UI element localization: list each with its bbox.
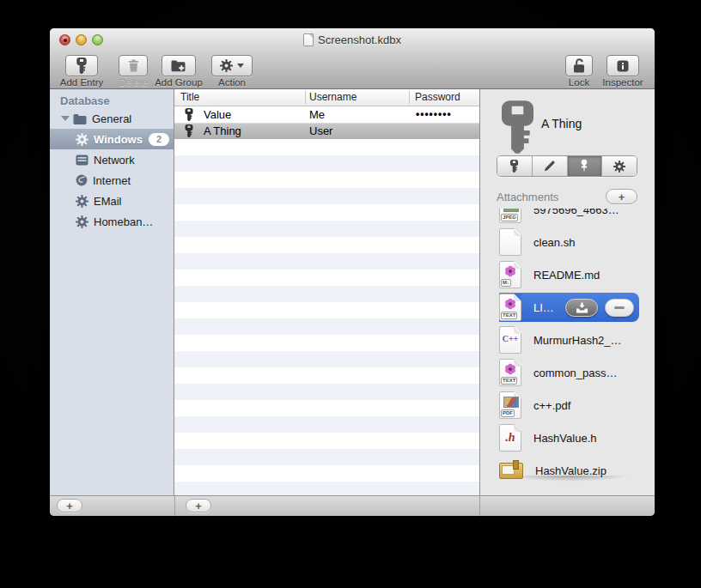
pdf-file-icon: PDF: [499, 391, 521, 419]
photo-thumbnail-icon: [503, 209, 519, 212]
action-button[interactable]: [211, 55, 253, 76]
save-tray-icon: [576, 302, 588, 313]
inspector-panel: A Thing Attachments + JPEG: [479, 89, 655, 495]
attachment-name: 5975696_4663…: [533, 209, 619, 216]
desktop: { "window": { "title": "Screenshot.kdbx"…: [0, 0, 701, 588]
attachment-name: LI…: [533, 301, 554, 314]
cell-title: Value: [204, 108, 231, 121]
add-group-footer-button[interactable]: +: [57, 499, 82, 512]
column-header-title[interactable]: Title: [180, 91, 199, 103]
key-icon: [185, 108, 193, 121]
add-entry-label: Add Entry: [60, 77, 104, 88]
gear-icon: [613, 161, 625, 173]
attachment-item[interactable]: HashValue.zip: [499, 456, 641, 482]
add-attachment-button[interactable]: +: [606, 189, 637, 204]
sidebar-item-label: Network: [94, 154, 135, 167]
add-group-label: Add Group: [155, 77, 203, 88]
sidebar-item-label: Internet: [93, 174, 131, 187]
attachment-item[interactable]: .h HashValue.h: [499, 423, 641, 452]
titlebar[interactable]: Screenshot.kdbx: [50, 33, 655, 46]
file-type-badge: TEXT: [501, 312, 517, 319]
cpp-glyph: C++: [500, 334, 521, 343]
flower-icon: [504, 298, 516, 310]
table-row-selected[interactable]: A Thing User: [174, 123, 479, 139]
document-icon: [303, 33, 314, 46]
minus-icon: [614, 306, 625, 309]
text-file-icon: TEXT: [499, 359, 521, 386]
add-entry-button[interactable]: [65, 55, 98, 76]
disclosure-triangle-icon[interactable]: [61, 116, 70, 125]
attachment-name: c++.pdf: [533, 399, 570, 412]
key-icon: [185, 124, 193, 137]
attachment-item[interactable]: JPEG 5975696_4663…: [499, 209, 641, 224]
chevron-down-icon: [237, 64, 244, 71]
attachment-item[interactable]: TEXT common_pass…: [499, 358, 641, 387]
flower-icon: [504, 363, 516, 375]
column-header-username[interactable]: Username: [309, 91, 357, 103]
pdf-thumbnail-icon: [503, 397, 519, 408]
dot-h-glyph: .h: [500, 431, 521, 445]
attachment-name: HashValue.h: [533, 432, 596, 445]
cell-title: A Thing: [204, 124, 241, 137]
sidebar-item-general[interactable]: General: [50, 108, 174, 129]
attachments-list: JPEG 5975696_4663… clean.sh M↓ README.md…: [499, 209, 641, 482]
inspector-button[interactable]: [607, 55, 639, 76]
header-file-icon: .h: [499, 424, 521, 452]
export-attachment-button[interactable]: [565, 299, 598, 317]
key-icon: [502, 100, 533, 154]
table-row[interactable]: Value Me ••••••••: [174, 106, 479, 123]
group-sidebar: Database General Windows 2 Network Inter…: [50, 89, 174, 495]
folder-icon: [73, 113, 87, 124]
folder-plus-icon: [171, 59, 186, 72]
sidebar-item-label: General: [92, 112, 131, 125]
attachment-item[interactable]: M↓ README.md: [499, 260, 641, 289]
inspector-label: Inspector: [602, 77, 643, 88]
sidebar-item-label: Homeban…: [94, 215, 153, 228]
window-title: Screenshot.kdbx: [318, 33, 401, 46]
sidebar-item-network[interactable]: Network: [50, 149, 174, 170]
tab-edit[interactable]: [533, 156, 568, 176]
attachment-name: README.md: [533, 269, 600, 282]
attachment-item[interactable]: C++ MurmurHash2_…: [499, 325, 641, 355]
gear-icon: [76, 215, 88, 228]
add-entry-footer-button[interactable]: +: [186, 499, 211, 512]
markdown-file-icon: M↓: [499, 261, 521, 288]
sidebar-item-label: EMail: [94, 195, 122, 208]
pushpin-icon: [579, 159, 589, 173]
column-divider[interactable]: [305, 91, 306, 104]
sidebar-item-windows[interactable]: Windows 2: [50, 129, 174, 149]
plus-icon: +: [195, 500, 202, 512]
jpeg-file-icon: JPEG: [499, 209, 521, 223]
column-divider[interactable]: [409, 91, 410, 104]
sidebar-item-email[interactable]: EMail: [50, 191, 174, 211]
info-icon: [617, 60, 629, 72]
plus-icon: +: [66, 500, 73, 512]
sidebar-item-homebanking[interactable]: Homeban…: [50, 211, 174, 232]
server-icon: [76, 155, 88, 166]
sidebar-item-label: Windows: [94, 133, 143, 146]
entry-title: A Thing: [541, 117, 582, 130]
gear-icon: [220, 59, 233, 72]
attachment-item-selected[interactable]: TEXT LI…: [499, 293, 639, 322]
lock-button[interactable]: [565, 55, 593, 76]
delete-button[interactable]: [119, 55, 148, 76]
remove-attachment-button[interactable]: [605, 299, 634, 317]
attachment-item[interactable]: clean.sh: [499, 227, 641, 257]
tab-settings[interactable]: [602, 156, 637, 176]
attachment-name: MurmurHash2_…: [533, 334, 622, 347]
tab-attachments[interactable]: [568, 156, 603, 176]
add-group-button[interactable]: [162, 55, 196, 76]
sidebar-item-internet[interactable]: Internet: [50, 170, 174, 191]
action-label: Action: [218, 77, 246, 88]
gear-icon: [76, 195, 88, 208]
trash-icon: [128, 59, 139, 72]
globe-icon: [76, 174, 88, 186]
attachment-item[interactable]: PDF c++.pdf: [499, 391, 641, 420]
tab-general[interactable]: [497, 156, 533, 176]
table-body: Value Me •••••••• A Thing User: [174, 106, 479, 495]
plain-file-icon: [499, 228, 521, 256]
entry-count-badge: 2: [149, 133, 169, 146]
pencil-icon: [543, 160, 556, 173]
column-header-password[interactable]: Password: [415, 91, 460, 103]
lock-open-icon: [573, 58, 585, 73]
